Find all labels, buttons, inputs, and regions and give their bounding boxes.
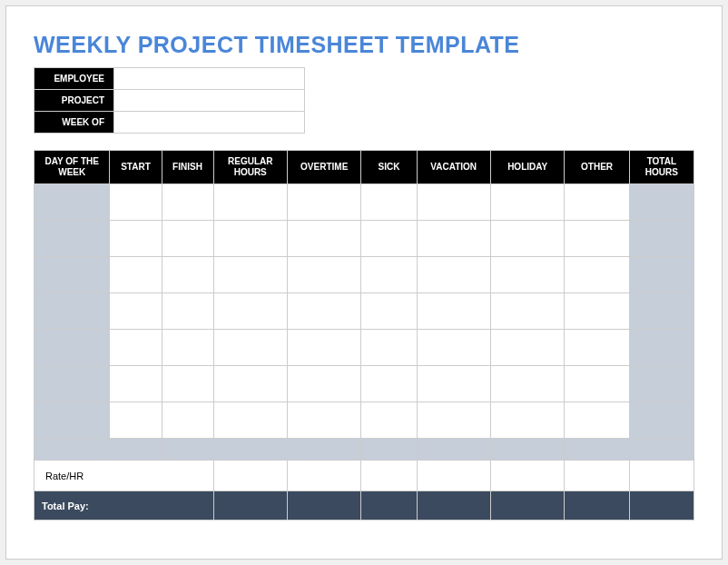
cell-regular[interactable] [213, 257, 287, 293]
cell-vacation[interactable] [417, 366, 490, 402]
cell-start[interactable] [110, 221, 162, 257]
cell-holiday[interactable] [490, 221, 564, 257]
cell-vacation[interactable] [417, 330, 490, 366]
cell-start[interactable] [110, 366, 162, 402]
cell-total [629, 402, 694, 439]
cell-vacation[interactable] [417, 402, 490, 439]
cell-overtime[interactable] [287, 293, 360, 330]
rate-holiday[interactable] [490, 461, 564, 491]
cell-vacation[interactable] [417, 184, 490, 221]
cell-other[interactable] [565, 366, 629, 402]
cell-sick[interactable] [361, 330, 417, 366]
cell-other[interactable] [565, 221, 629, 257]
col-overtime: OVERTIME [287, 151, 360, 184]
cell-day[interactable] [34, 402, 110, 439]
cell-overtime[interactable] [287, 366, 360, 402]
cell-start[interactable] [110, 257, 162, 293]
cell-sick[interactable] [361, 402, 417, 439]
cell-sick[interactable] [361, 293, 417, 330]
cell-regular[interactable] [213, 184, 287, 221]
project-value[interactable] [114, 90, 305, 112]
cell-day[interactable] [34, 366, 110, 402]
table-row [34, 402, 694, 439]
cell-vacation[interactable] [417, 257, 490, 293]
cell-holiday[interactable] [490, 330, 564, 366]
cell-total [629, 257, 694, 293]
info-table: EMPLOYEE PROJECT WEEK OF [34, 67, 305, 134]
cell-start[interactable] [110, 330, 162, 366]
cell-finish[interactable] [162, 293, 213, 330]
cell-overtime[interactable] [287, 257, 360, 293]
totalpay-row: Total Pay: [34, 491, 694, 520]
cell-regular[interactable] [213, 402, 287, 439]
cell-day[interactable] [34, 293, 110, 330]
cell-start[interactable] [110, 293, 162, 330]
cell-start[interactable] [110, 184, 162, 221]
cell-regular[interactable] [213, 221, 287, 257]
rate-other[interactable] [565, 461, 629, 491]
page-title: WEEKLY PROJECT TIMESHEET TEMPLATE [34, 32, 694, 58]
cell-finish[interactable] [162, 184, 213, 221]
cell-finish[interactable] [162, 402, 213, 439]
cell-regular[interactable] [213, 330, 287, 366]
cell-finish[interactable] [162, 257, 213, 293]
col-total: TOTAL HOURS [629, 151, 694, 184]
cell-overtime[interactable] [287, 221, 360, 257]
employee-value[interactable] [114, 68, 305, 90]
totalpay-holiday [490, 491, 564, 520]
cell-other[interactable] [565, 402, 629, 439]
cell-vacation[interactable] [417, 293, 490, 330]
cell-holiday[interactable] [490, 184, 564, 221]
cell-holiday[interactable] [490, 402, 564, 439]
weekof-value[interactable] [114, 112, 305, 134]
col-vacation: VACATION [417, 151, 490, 184]
cell-holiday[interactable] [490, 293, 564, 330]
totalpay-vacation [417, 491, 490, 520]
subtotal-other [565, 439, 629, 461]
cell-day[interactable] [34, 184, 110, 221]
rate-overtime[interactable] [287, 461, 360, 491]
cell-day[interactable] [34, 221, 110, 257]
subtotal-total [629, 439, 694, 461]
cell-regular[interactable] [213, 293, 287, 330]
table-row [34, 257, 694, 293]
totalpay-other [565, 491, 629, 520]
cell-other[interactable] [565, 293, 629, 330]
cell-total [629, 221, 694, 257]
cell-day[interactable] [34, 257, 110, 293]
table-row [34, 366, 694, 402]
weekof-label: WEEK OF [34, 112, 114, 134]
cell-sick[interactable] [361, 257, 417, 293]
timesheet-table: DAY OF THE WEEK START FINISH REGULAR HOU… [34, 150, 694, 520]
cell-start[interactable] [110, 402, 162, 439]
cell-overtime[interactable] [287, 330, 360, 366]
cell-sick[interactable] [361, 221, 417, 257]
cell-finish[interactable] [162, 330, 213, 366]
cell-finish[interactable] [162, 221, 213, 257]
table-row [34, 330, 694, 366]
cell-vacation[interactable] [417, 221, 490, 257]
subtotal-sick [361, 439, 417, 461]
cell-other[interactable] [565, 257, 629, 293]
cell-other[interactable] [565, 184, 629, 221]
rate-row: Rate/HR [34, 461, 694, 491]
totalpay-regular [213, 491, 287, 520]
cell-holiday[interactable] [490, 257, 564, 293]
cell-finish[interactable] [162, 366, 213, 402]
cell-holiday[interactable] [490, 366, 564, 402]
rate-vacation[interactable] [417, 461, 490, 491]
cell-overtime[interactable] [287, 402, 360, 439]
cell-overtime[interactable] [287, 184, 360, 221]
cell-sick[interactable] [361, 184, 417, 221]
col-start: START [110, 151, 162, 184]
cell-total [629, 184, 694, 221]
cell-other[interactable] [565, 330, 629, 366]
cell-regular[interactable] [213, 366, 287, 402]
cell-day[interactable] [34, 330, 110, 366]
cell-sick[interactable] [361, 366, 417, 402]
totalpay-sick [361, 491, 417, 520]
col-regular: REGULAR HOURS [213, 151, 287, 184]
project-label: PROJECT [34, 90, 114, 112]
rate-regular[interactable] [213, 461, 287, 491]
rate-sick[interactable] [361, 461, 417, 491]
